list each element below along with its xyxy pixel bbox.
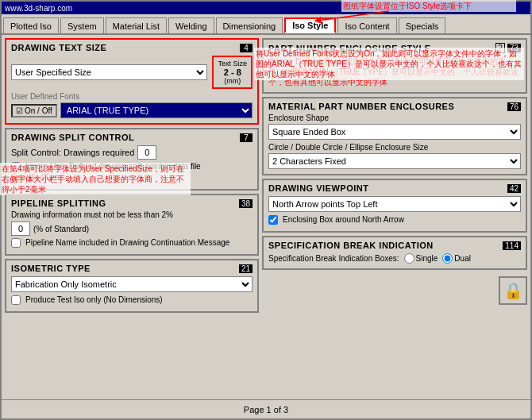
tab-plotted-iso[interactable]: Plotted Iso (3, 17, 59, 33)
drawing-split-number: 7 (240, 133, 253, 142)
text-size-dropdown-wrapper: User Specified Size (11, 64, 207, 80)
text-size-value: 2 - 8 (224, 67, 241, 77)
specification-break-number: 114 (503, 241, 521, 250)
pipeline-info-label: Drawing information must not be less tha… (11, 210, 173, 219)
drawing-text-size-number: 4 (240, 44, 253, 52)
enclosing-box-label: Enclosing Box around North Arrow (283, 215, 404, 225)
pipeline-percent-label: (% of Standard) (33, 225, 89, 233)
isometric-type-number: 21 (239, 264, 253, 273)
enclosing-box-checkbox[interactable] (268, 215, 278, 225)
left-panel: DRAWING TEXT SIZE 4 User Specified Size … (5, 38, 259, 396)
isometric-type-select[interactable]: Fabrication Only Isometric (11, 276, 253, 292)
part-number-nums: ? 73 (495, 43, 521, 53)
on-off-button[interactable]: ☑ On / Off (11, 104, 57, 118)
tab-iso-content[interactable]: Iso Content (337, 17, 396, 33)
viewpoint-select[interactable]: North Arrow points Top Left (268, 196, 521, 212)
material-part-number: 76 (507, 102, 521, 111)
user-specified-size-select[interactable]: User Specified Size (11, 64, 207, 80)
drawing-viewpoint-section: DRAWING VIEWPOINT 42 North Arrow points … (262, 179, 527, 233)
lock-icon-button[interactable]: 🔒 (499, 276, 527, 305)
spec-boxes-label: Specification Break Indication Boxes: (268, 254, 399, 263)
single-radio[interactable] (404, 253, 414, 264)
drawing-split-section: DRAWING SPLIT CONTROL 7 Split Control: D… (5, 128, 259, 191)
footer: Page 1 of 3 (2, 399, 530, 418)
tab-iso-style[interactable]: Iso Style (284, 17, 336, 33)
main-content: DRAWING TEXT SIZE 4 User Specified Size … (2, 35, 530, 399)
pipeline-name-checkbox[interactable] (11, 238, 21, 248)
tab-system[interactable]: System (60, 17, 104, 33)
specification-break-section: SPECIFICATION BREAK INDICATION 114 Speci… (262, 236, 527, 270)
enclosure-shape-label: Enclosure Shape (268, 114, 521, 122)
right-panel: PART NUMBER ENCLOSURE STYLE ? 73 将User D… (262, 38, 527, 396)
material-part-section: MATERIAL PART NUMBER ENCLOSURES 76 Enclo… (262, 97, 527, 175)
isometric-type-section: ISOMETRIC TYPE 21 Fabrication Only Isome… (5, 259, 259, 313)
pipeline-percent-input[interactable] (11, 222, 30, 236)
dual-radio-label[interactable]: Dual (442, 253, 471, 264)
circle-label: Circle / Double Circle / Ellipse Enclosu… (268, 143, 521, 152)
single-label: Single (416, 254, 438, 263)
pipeline-splitting-title: PIPELINE SPLITTING (11, 198, 106, 208)
part-number-enclosure-section: PART NUMBER ENCLOSURE STYLE ? 73 将User D… (262, 38, 527, 94)
tab-welding[interactable]: Welding (168, 17, 214, 33)
split-label: Split Control: Drawings required (11, 148, 134, 157)
specification-break-title: SPECIFICATION BREAK INDICATION (268, 241, 434, 250)
user-defined-fonts-label: User Defined Fonts (11, 92, 253, 101)
pipeline-splitting-number: 38 (239, 199, 253, 208)
pipeline-name-label: Pipeline Name included in Drawing Contin… (25, 238, 229, 248)
drawing-text-size-section: DRAWING TEXT SIZE 4 User Specified Size … (5, 38, 259, 125)
tab-dimensioning[interactable]: Dimensioning (216, 17, 283, 33)
drawing-split-title: DRAWING SPLIT CONTROL (11, 133, 134, 142)
tab-specials[interactable]: Specials (399, 17, 446, 33)
part-number-question: ? (495, 43, 505, 53)
tab-material-list[interactable]: Material List (106, 17, 167, 33)
text-size-unit: (mm) (224, 77, 241, 85)
drawing-text-size-title: DRAWING TEXT SIZE (11, 43, 106, 52)
enclosure-shape-select[interactable]: Square Ended Box (268, 124, 521, 140)
part-number-enclosure-title: PART NUMBER ENCLOSURE STYLE (268, 44, 431, 53)
bottom-right-area: 🔒 (262, 273, 527, 305)
test-iso-label: Produce Test Iso only (No Dimensions) (25, 295, 163, 305)
ignore-split-label: Ignore User Defined drawing split point … (25, 162, 201, 171)
split-input[interactable] (137, 145, 156, 160)
page-label: Page 1 of 3 (244, 405, 288, 414)
drawing-viewpoint-title: DRAWING VIEWPOINT (268, 183, 368, 193)
text-size-label: Text Size (218, 60, 247, 67)
font-select[interactable]: ARIAL (TRUE TYPE) (60, 102, 253, 118)
specified-size-note: SpecifiedSize: (11, 173, 61, 183)
part-number-badge: 73 (507, 44, 521, 52)
checkbox-check-icon: ☑ (16, 106, 23, 115)
tab-bar: Plotted Iso System Material List Welding… (2, 14, 530, 35)
ignore-split-checkbox[interactable] (11, 162, 21, 171)
material-part-title: MATERIAL PART NUMBER ENCLOSURES (268, 102, 454, 111)
url-bar: www.3d-sharp.com (2, 2, 530, 14)
dual-label: Dual (454, 254, 471, 263)
single-radio-label[interactable]: Single (404, 253, 438, 264)
test-iso-checkbox[interactable] (11, 295, 21, 305)
url-text: www.3d-sharp.com (5, 4, 72, 13)
part-number-annotation: 将User Defined Fonts状态设为On，如此则可以显示字体文件中的字… (268, 56, 521, 87)
text-size-box: Text Size 2 - 8 (mm) (212, 56, 253, 89)
drawing-viewpoint-number: 42 (507, 184, 521, 193)
circle-size-select[interactable]: 2 Characters Fixed (268, 153, 521, 169)
on-off-label: On / Off (25, 106, 52, 115)
dual-radio[interactable] (442, 253, 453, 264)
pipeline-splitting-section: PIPELINE SPLITTING 38 Drawing informatio… (5, 194, 259, 256)
isometric-type-title: ISOMETRIC TYPE (11, 264, 91, 273)
lock-icon: 🔒 (503, 281, 523, 300)
